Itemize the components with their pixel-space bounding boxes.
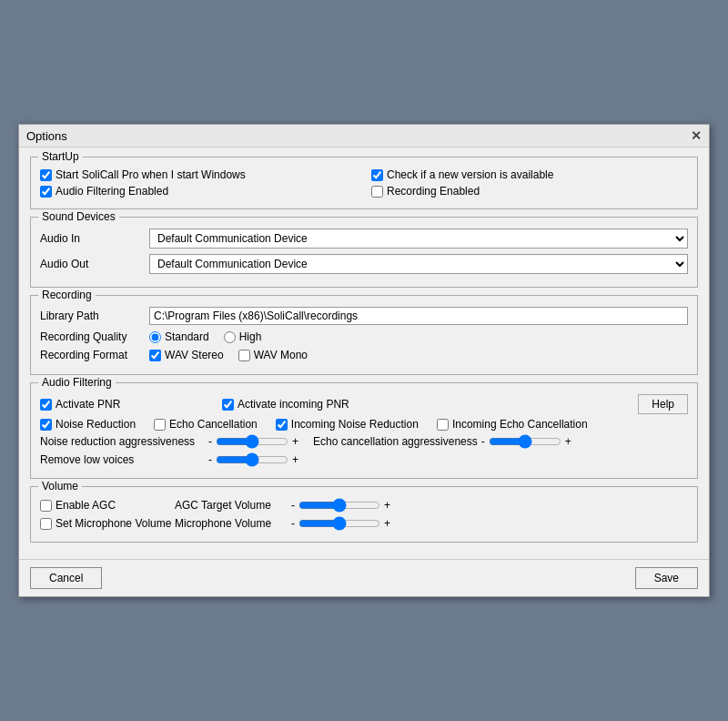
low-voices-slider-container: - + <box>208 452 298 467</box>
echo-cancellation-minus: - <box>481 435 485 448</box>
noise-reduction-minus: - <box>208 435 212 448</box>
startup-left2: Audio Filtering Enabled <box>40 185 357 198</box>
recording-content: Library Path Recording Quality Standard … <box>40 307 688 361</box>
incoming-echo-cancellation-checkbox[interactable] <box>437 419 449 431</box>
window-title: Options <box>26 129 67 143</box>
filter-checkboxes-row: Noise Reduction Echo Cancellation Incomi… <box>40 418 688 431</box>
quality-standard-radio[interactable] <box>149 331 161 343</box>
cancel-button[interactable]: Cancel <box>30 567 102 589</box>
set-microphone-volume-checkbox[interactable] <box>40 518 52 530</box>
agc-target-volume-label: AGC Target Volume <box>175 499 284 512</box>
set-microphone-volume-label[interactable]: Set Microphone Volume <box>40 517 167 530</box>
low-voices-minus: - <box>208 453 212 466</box>
library-path-row: Library Path <box>40 307 688 325</box>
startup-right2: Recording Enabled <box>371 185 688 198</box>
echo-cancellation-checkbox[interactable] <box>154 419 166 431</box>
volume-group: Volume Enable AGC AGC Target Volume - + <box>30 486 698 543</box>
start-solicall-checkbox[interactable] <box>40 169 52 181</box>
audio-in-label: Audio In <box>40 232 149 245</box>
save-button[interactable]: Save <box>635 567 698 589</box>
microphone-volume-slider-container: - + <box>291 516 390 531</box>
sound-devices-content: Audio In Default Communication Device Au… <box>40 228 688 274</box>
sound-devices-label: Sound Devices <box>38 210 119 223</box>
library-path-label: Library Path <box>40 310 149 322</box>
echo-cancellation-plus: + <box>565 435 571 448</box>
pnr-row: Activate PNR Activate incoming PNR Help <box>40 394 688 414</box>
echo-cancellation-label[interactable]: Echo Cancellation <box>154 418 258 431</box>
microphone-volume-plus: + <box>384 517 390 530</box>
activate-pnr-checkbox[interactable] <box>40 399 52 411</box>
recording-format-row: Recording Format WAV Stereo WAV Mono <box>40 349 688 361</box>
noise-reduction-label[interactable]: Noise Reduction <box>40 418 136 431</box>
audio-out-row: Audio Out Default Communication Device <box>40 254 688 274</box>
noise-reduction-plus: + <box>292 435 298 448</box>
recording-group: Recording Library Path Recording Quality… <box>30 295 698 375</box>
wav-mono-label[interactable]: WAV Mono <box>238 349 308 361</box>
audio-filtering-checkbox[interactable] <box>40 186 52 198</box>
wav-stereo-label[interactable]: WAV Stereo <box>149 349 224 361</box>
check-version-label[interactable]: Check if a new version is available <box>371 168 553 181</box>
agc-target-minus: - <box>291 499 295 512</box>
activate-pnr-label[interactable]: Activate PNR <box>40 398 222 411</box>
startup-row1: Start SoliCall Pro when I start Windows … <box>40 168 688 181</box>
start-solicall-label[interactable]: Start SoliCall Pro when I start Windows <box>40 168 246 181</box>
audio-in-select[interactable]: Default Communication Device <box>149 228 688 249</box>
enable-agc-checkbox[interactable] <box>40 500 52 512</box>
content-area: StartUp Start SoliCall Pro when I start … <box>19 147 709 559</box>
low-voices-slider-row: Remove low voices - + <box>40 452 688 467</box>
recording-enabled-label[interactable]: Recording Enabled <box>371 185 480 198</box>
quality-high-label[interactable]: High <box>224 330 262 343</box>
noise-reduction-slider-container: - + <box>208 434 298 449</box>
audio-filtering-group: Audio Filtering Activate PNR Activate in… <box>30 382 698 479</box>
remove-low-voices-label: Remove low voices <box>40 453 208 466</box>
startup-row2: Audio Filtering Enabled Recording Enable… <box>40 185 688 198</box>
check-version-checkbox[interactable] <box>371 169 383 181</box>
agc-target-slider-container: - + <box>291 498 390 513</box>
startup-left: Start SoliCall Pro when I start Windows <box>40 168 357 181</box>
activate-incoming-pnr-label[interactable]: Activate incoming PNR <box>222 398 638 411</box>
incoming-echo-cancellation-label[interactable]: Incoming Echo Cancellation <box>437 418 588 431</box>
sound-devices-group: Sound Devices Audio In Default Communica… <box>30 217 698 288</box>
audio-out-label: Audio Out <box>40 258 149 270</box>
low-voices-plus: + <box>292 453 298 466</box>
title-bar: Options ✕ <box>19 125 709 147</box>
quality-high-radio[interactable] <box>224 331 236 343</box>
quality-standard-label[interactable]: Standard <box>149 330 209 343</box>
library-path-input[interactable] <box>149 307 688 325</box>
microphone-row: Set Microphone Volume Microphone Volume … <box>40 516 688 531</box>
echo-cancellation-slider-container: - + <box>481 434 571 449</box>
startup-content: Start SoliCall Pro when I start Windows … <box>40 168 688 198</box>
startup-group-label: StartUp <box>38 150 83 163</box>
recording-format-label: Recording Format <box>40 349 149 361</box>
help-button[interactable]: Help <box>638 394 688 414</box>
microphone-volume-label: Microphone Volume <box>175 517 284 530</box>
wav-mono-checkbox[interactable] <box>238 350 250 361</box>
enable-agc-label[interactable]: Enable AGC <box>40 499 167 512</box>
echo-cancellation-slider[interactable] <box>489 434 561 449</box>
format-group: WAV Stereo WAV Mono <box>149 349 308 361</box>
startup-group: StartUp Start SoliCall Pro when I start … <box>30 157 698 209</box>
recording-enabled-checkbox[interactable] <box>371 186 383 198</box>
wav-stereo-checkbox[interactable] <box>149 350 161 361</box>
recording-group-label: Recording <box>38 289 96 301</box>
quality-radio-group: Standard High <box>149 330 261 343</box>
incoming-noise-reduction-checkbox[interactable] <box>276 419 288 431</box>
audio-out-select[interactable]: Default Communication Device <box>149 254 688 274</box>
microphone-volume-slider[interactable] <box>298 516 380 531</box>
recording-quality-row: Recording Quality Standard High <box>40 330 688 343</box>
incoming-noise-reduction-label[interactable]: Incoming Noise Reduction <box>276 418 419 431</box>
audio-filtering-label[interactable]: Audio Filtering Enabled <box>40 185 168 198</box>
low-voices-slider[interactable] <box>216 452 288 467</box>
close-button[interactable]: ✕ <box>691 128 702 143</box>
recording-quality-label: Recording Quality <box>40 330 149 343</box>
microphone-volume-minus: - <box>291 517 295 530</box>
agc-target-slider[interactable] <box>298 498 380 513</box>
options-window: Options ✕ StartUp Start SoliCall Pro whe… <box>18 124 710 597</box>
agc-row: Enable AGC AGC Target Volume - + <box>40 498 688 513</box>
noise-reduction-slider[interactable] <box>216 434 288 449</box>
activate-incoming-pnr-checkbox[interactable] <box>222 399 234 411</box>
footer: Cancel Save <box>19 559 709 596</box>
audio-in-row: Audio In Default Communication Device <box>40 228 688 249</box>
startup-right: Check if a new version is available <box>371 168 688 181</box>
noise-reduction-checkbox[interactable] <box>40 419 52 431</box>
